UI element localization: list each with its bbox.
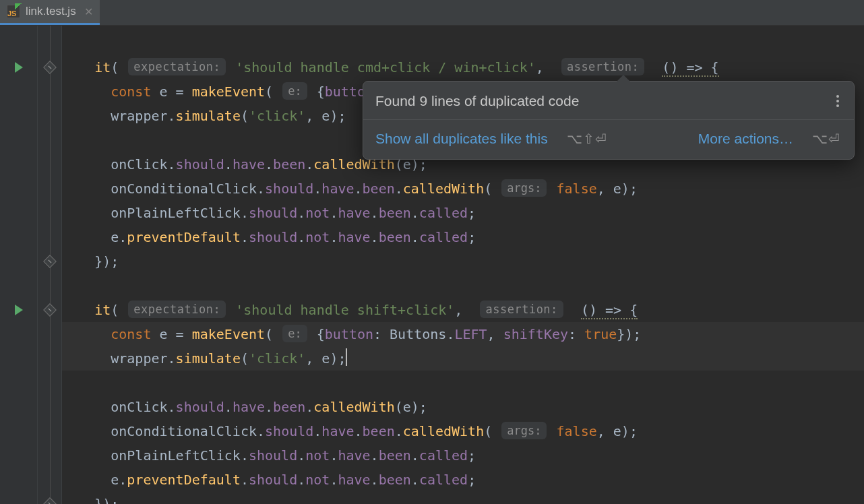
code-line: onPlainLeftClick.should.not.have.been.ca… [62, 201, 864, 225]
inlay-hint-args: args: [501, 422, 547, 439]
code-line: it( expectation: 'should handle shift+cl… [62, 298, 864, 322]
inlay-hint-expectation: expectation: [128, 301, 226, 318]
code-line: }); [62, 492, 864, 504]
code-line: e.preventDefault.should.not.have.been.ca… [62, 468, 864, 492]
tab-filename: link.test.js [26, 5, 76, 18]
inlay-hint-e: e: [282, 82, 307, 100]
code-line: }); [62, 249, 864, 274]
fold-toggle[interactable] [38, 298, 61, 322]
inlay-hint-assertion: assertion: [480, 301, 563, 318]
fold-minus-icon [43, 303, 57, 317]
editor-tab[interactable]: JS link.test.js ✕ [0, 0, 100, 25]
js-file-icon-label: JS [7, 9, 16, 18]
fold-gutter [38, 26, 62, 504]
run-icon [15, 305, 23, 315]
fold-minus-icon [43, 61, 57, 74]
inlay-hint-assertion: assertion: [561, 58, 644, 75]
tab-bar: JS link.test.js ✕ [0, 0, 864, 26]
fold-toggle[interactable] [38, 492, 61, 504]
shortcut-label: ⌥⏎ [812, 131, 840, 147]
code-line: e.preventDefault.should.not.have.been.ca… [62, 225, 864, 249]
show-duplicates-link[interactable]: Show all duplicates like this [375, 131, 548, 147]
fold-minus-icon [43, 255, 57, 268]
code-line: it( expectation: 'should handle cmd+clic… [62, 55, 864, 80]
inlay-hint-expectation: expectation: [128, 58, 226, 75]
code-line: onConditionalClick.should.have.been.call… [62, 177, 864, 201]
fold-minus-icon [43, 497, 57, 504]
inlay-hint-e: e: [282, 325, 307, 342]
js-file-icon: JS [7, 5, 20, 18]
popup-title: Found 9 lines of duplicated code [375, 93, 579, 109]
inspection-popup: Found 9 lines of duplicated code Show al… [363, 81, 855, 160]
code-line: const e = makeEvent( e: {button: Buttons… [62, 322, 864, 346]
inlay-hint-args: args: [501, 179, 547, 197]
fold-toggle[interactable] [38, 249, 61, 274]
text-caret [346, 348, 347, 366]
shortcut-label: ⌥⇧⏎ [567, 131, 607, 147]
gutter [0, 26, 38, 504]
more-options-icon[interactable] [834, 92, 842, 110]
run-test-button[interactable] [0, 55, 37, 80]
close-icon[interactable]: ✕ [82, 5, 93, 18]
run-icon [15, 62, 23, 73]
fold-toggle[interactable] [38, 55, 61, 80]
run-test-button[interactable] [0, 298, 37, 322]
code-line: onConditionalClick.should.have.been.call… [62, 419, 864, 443]
code-line: onPlainLeftClick.should.not.have.been.ca… [62, 443, 864, 468]
code-line [62, 371, 864, 395]
more-actions-link[interactable]: More actions… [698, 131, 793, 147]
code-line-current: wrapper.simulate('click', e); [62, 346, 864, 371]
code-line: onClick.should.have.been.calledWith(e); [62, 395, 864, 419]
code-line [62, 274, 864, 298]
